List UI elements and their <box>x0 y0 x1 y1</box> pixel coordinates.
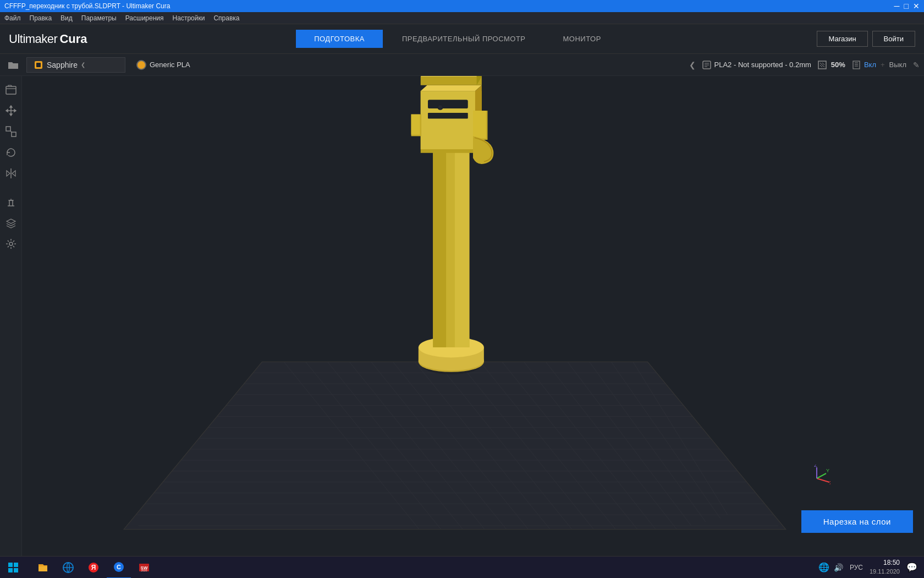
printer-icon <box>34 60 43 70</box>
svg-rect-82 <box>14 568 18 572</box>
folder-button[interactable] <box>4 56 22 74</box>
login-button[interactable]: Войти <box>872 31 915 47</box>
svg-rect-59 <box>428 113 468 119</box>
mirror-tool[interactable] <box>2 164 20 183</box>
printer-name: Sapphire <box>47 61 78 69</box>
printer-bar-right: ❮ PLA2 - Not supported - 0.2mm 50% Вкл +… <box>689 61 920 69</box>
menubar: ФайлПравкаВидПараметрыРасширенияНастройк… <box>0 12 924 24</box>
network-icon: 🌐 <box>818 562 829 572</box>
window-controls: ─ □ ✕ <box>894 2 920 10</box>
menu-item-1[interactable]: Правка <box>30 14 52 22</box>
titlebar-title: СFFFP_переходник с трубой.SLDPRT - Ultim… <box>4 2 170 10</box>
svg-text:X: X <box>829 480 831 486</box>
menu-item-6[interactable]: Справка <box>213 14 239 22</box>
prev-printer-button[interactable]: ❮ <box>689 61 696 69</box>
move-tool[interactable] <box>2 101 20 120</box>
svg-line-69 <box>817 478 829 482</box>
close-button[interactable]: ✕ <box>913 2 920 10</box>
svg-marker-65 <box>421 76 482 77</box>
taskbar-system-icons: 🌐 🔊 <box>818 562 843 572</box>
svg-rect-4 <box>853 61 860 69</box>
svg-point-8 <box>9 242 13 246</box>
profile-label: PLA2 - Not supported - 0.2mm <box>714 61 811 69</box>
infill-controls: 50% <box>818 61 845 69</box>
axis-indicator: X Y Z <box>803 465 831 494</box>
taskbar-lang: РУС <box>850 564 863 571</box>
svg-rect-79 <box>8 563 13 567</box>
open-file-tool[interactable] <box>2 80 20 99</box>
menu-item-4[interactable]: Расширения <box>125 14 164 22</box>
tab-monitor[interactable]: МОНИТОР <box>545 30 619 48</box>
svg-marker-56 <box>421 85 482 91</box>
taskbar-yandex[interactable]: Я <box>81 557 106 579</box>
taskbar: Я C SW 2020 🌐 🔊 РУС 18:50 <box>0 556 924 578</box>
infill-value: 50% <box>831 61 845 69</box>
start-button[interactable] <box>0 557 26 579</box>
tab-preview[interactable]: ПРЕДВАРИТЕЛЬНЫЙ ПРОСМОТР <box>384 30 544 48</box>
svg-rect-6 <box>6 127 10 131</box>
notification-icon[interactable]: 💬 <box>906 562 917 572</box>
logo-cura: Cura <box>59 32 87 46</box>
taskbar-browser[interactable] <box>56 557 80 579</box>
printer-chevron-icon: ❮ <box>81 62 85 68</box>
svg-line-71 <box>817 473 826 478</box>
nav-tabs: ПОДГОТОВКА ПРЕДВАРИТЕЛЬНЫЙ ПРОСМОТР МОНИ… <box>105 30 811 48</box>
taskbar-cura[interactable]: C <box>107 557 131 579</box>
menu-item-0[interactable]: Файл <box>4 14 21 22</box>
material-selector[interactable]: Generic PLA <box>130 58 197 72</box>
svg-text:Я: Я <box>91 564 96 571</box>
support-icon <box>852 61 861 69</box>
svg-rect-58 <box>428 100 468 108</box>
settings-edit-button[interactable]: ✎ <box>913 61 920 69</box>
svg-rect-81 <box>8 568 13 572</box>
left-toolbar <box>0 76 22 560</box>
svg-rect-5 <box>6 86 16 94</box>
material-color-dot <box>136 60 146 70</box>
restore-button[interactable]: □ <box>904 2 909 10</box>
support-controls: Вкл + Выкл <box>852 61 906 69</box>
profile-icon <box>702 61 711 69</box>
logo-ultimaker: Ultimaker <box>9 32 57 46</box>
menu-item-2[interactable]: Вид <box>61 14 73 22</box>
support-divider: + <box>881 61 885 69</box>
svg-rect-52 <box>433 129 446 347</box>
taskbar-apps: Я C SW 2020 <box>26 557 161 579</box>
scene-svg <box>22 76 924 560</box>
app-logo: Ultimaker Cura <box>9 32 87 46</box>
svg-rect-7 <box>12 132 16 137</box>
shop-button[interactable]: Магазин <box>817 31 867 47</box>
slice-button[interactable]: Нарезка на слои <box>801 510 913 533</box>
svg-marker-64 <box>421 77 482 85</box>
svg-rect-51 <box>455 129 469 347</box>
scale-tool[interactable] <box>2 122 20 141</box>
layer-view-tool[interactable] <box>2 214 20 232</box>
menu-item-3[interactable]: Параметры <box>81 14 117 22</box>
svg-text:C: C <box>117 564 121 570</box>
volume-icon: 🔊 <box>834 563 843 572</box>
toolbar-right: Магазин Войти <box>817 31 915 47</box>
svg-rect-1 <box>36 63 41 67</box>
main-toolbar: Ultimaker Cura ПОДГОТОВКА ПРЕДВАРИТЕЛЬНЫ… <box>0 24 924 54</box>
taskbar-right: 🌐 🔊 РУС 18:50 19.11.2020 💬 <box>818 558 924 576</box>
support-on-button[interactable]: Вкл <box>864 61 876 69</box>
material-name: Generic PLA <box>150 61 190 69</box>
infill-icon <box>818 61 827 69</box>
minimize-button[interactable]: ─ <box>894 2 900 10</box>
taskbar-solidworks[interactable]: SW 2020 <box>132 557 156 579</box>
per-object-settings-tool[interactable] <box>2 235 20 253</box>
taskbar-time: 18:50 <box>870 558 900 568</box>
support-tool[interactable] <box>2 193 20 211</box>
svg-text:2020: 2020 <box>141 568 147 571</box>
tab-prepare[interactable]: ПОДГОТОВКА <box>296 30 383 48</box>
support-off-button[interactable]: Выкл <box>889 61 906 69</box>
taskbar-time-area: 18:50 19.11.2020 <box>870 558 900 576</box>
viewport[interactable]: X Y Z Нарезка на слои <box>22 76 924 560</box>
menu-item-5[interactable]: Настройки <box>173 14 205 22</box>
taskbar-explorer[interactable] <box>31 557 55 579</box>
taskbar-date: 19.11.2020 <box>870 568 900 576</box>
profile-selector[interactable]: PLA2 - Not supported - 0.2mm <box>702 61 811 69</box>
svg-rect-83 <box>38 566 47 571</box>
printer-selector[interactable]: Sapphire ❮ <box>26 57 125 73</box>
rotate-tool[interactable] <box>2 143 20 162</box>
main-area: X Y Z Нарезка на слои <box>0 76 924 560</box>
